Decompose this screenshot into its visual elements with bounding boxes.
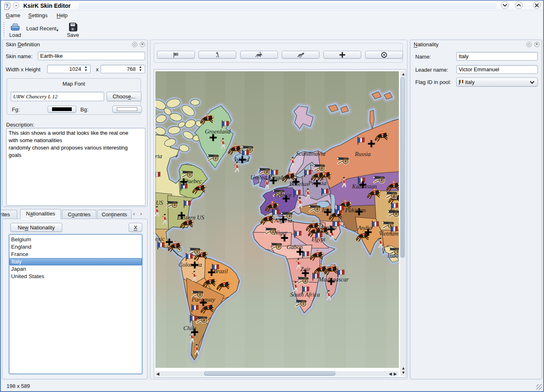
svg-text:Scandinavia: Scandinavia: [296, 150, 325, 157]
svg-text:Madagascar: Madagascar: [318, 276, 349, 283]
svg-text:Chin: Chin: [389, 208, 399, 215]
svg-text:US: US: [156, 199, 163, 206]
svg-text:Gabon: Gabon: [287, 244, 303, 250]
svg-text:Mexic: Mexic: [155, 236, 165, 242]
svg-text:Island: Island: [234, 156, 250, 163]
svg-text:Vietnam: Vietnam: [379, 230, 398, 237]
svg-text:?: ?: [5, 3, 8, 9]
svg-text:Egypt: Egypt: [311, 236, 326, 242]
svg-text:Quebec: Quebec: [184, 178, 202, 184]
svg-text:Colombia: Colombia: [178, 261, 202, 268]
svg-text:United Kingdom: United Kingdom: [250, 174, 290, 181]
svg-text:Zair: Zair: [300, 266, 311, 272]
svg-text:Groenland: Groenland: [205, 128, 231, 135]
svg-text:Algeria: Algeria: [274, 217, 292, 224]
svg-text:Russia: Russia: [355, 151, 371, 157]
svg-text:Paraguay: Paraguay: [191, 296, 215, 303]
svg-text:Eastern US: Eastern US: [177, 214, 205, 221]
svg-text:Prussia: Prussia: [308, 180, 326, 186]
svg-text:rta: rta: [155, 153, 162, 159]
svg-text:Pakistan: Pakistan: [345, 207, 366, 213]
svg-text:Indon: Indon: [387, 252, 399, 259]
svg-text:Benelux: Benelux: [289, 181, 309, 187]
svg-text:Brazil: Brazil: [213, 268, 228, 274]
svg-text:Kazakstan: Kazakstan: [352, 183, 377, 190]
svg-text:Andia: Andia: [357, 224, 372, 231]
svg-text:Arabia: Arabia: [320, 224, 337, 231]
svg-text:Iran: Iran: [322, 206, 332, 213]
svg-text:Niger: Niger: [273, 229, 287, 236]
svg-text:France: France: [274, 192, 291, 198]
svg-text:Chile: Chile: [183, 325, 196, 331]
svg-text:South Africa: South Africa: [290, 291, 320, 298]
